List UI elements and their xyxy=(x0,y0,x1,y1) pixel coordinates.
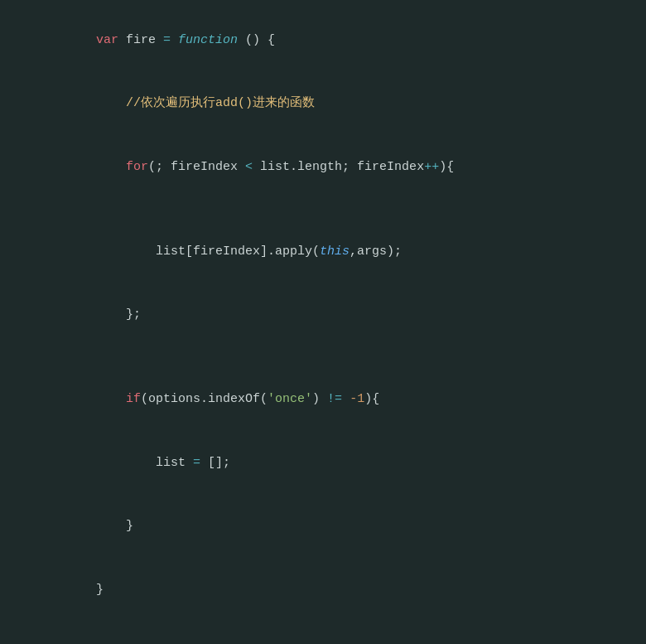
code-line: for(; fireIndex < list.length; fireIndex… xyxy=(66,135,646,199)
code-line: list = []; xyxy=(66,431,646,495)
code-line xyxy=(66,199,646,220)
code-line: //依次遍历执行add()进来的函数 xyxy=(66,72,646,136)
code-line: var fire = function () { xyxy=(66,8,646,72)
code-container: var fire = function () { //依次遍历执行add()进来… xyxy=(0,0,646,644)
code-line: }; xyxy=(66,283,646,347)
code-line: list[fireIndex].apply(this,args); xyxy=(66,220,646,283)
code-line: } xyxy=(66,558,646,622)
code-line: } xyxy=(66,495,646,559)
code-line xyxy=(66,622,646,643)
code-line xyxy=(66,346,646,368)
code-line: if(options.indexOf('once') != -1){ xyxy=(66,368,646,432)
